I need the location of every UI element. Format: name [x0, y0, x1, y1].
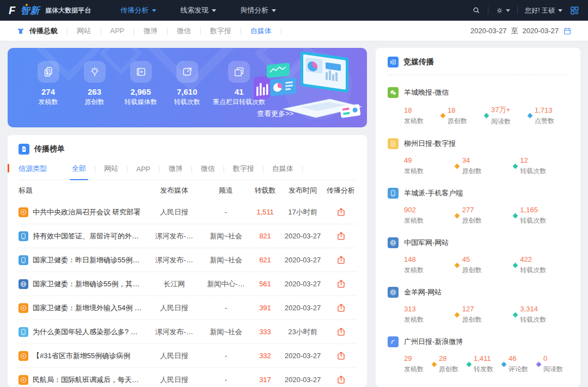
- subnav-item[interactable]: 网站: [77, 26, 91, 36]
- subnav-item[interactable]: APP: [110, 27, 124, 35]
- date-end[interactable]: 2020-03-27: [523, 27, 559, 35]
- export-icon[interactable]: [336, 374, 346, 385]
- article-title[interactable]: 国家卫健委：新增境外输入54例 …: [33, 303, 147, 313]
- competitor-head[interactable]: 羊城派-手机客户端: [388, 188, 568, 199]
- chevron-down-icon: [272, 9, 276, 12]
- topbar-nav-item[interactable]: 线索发现: [180, 5, 216, 15]
- stat-label: 转载次数: [520, 167, 568, 176]
- competitor-head[interactable]: 中国军网-网站: [388, 237, 568, 248]
- article-title[interactable]: 民航局：国际航班调减后，每天…: [33, 375, 147, 385]
- col-title: 标题: [19, 186, 147, 195]
- stat-label: 发稿数: [404, 116, 438, 126]
- competitor-head[interactable]: 羊城晚报-微信: [388, 87, 568, 98]
- competitor-head[interactable]: 柳州日报-数字报: [388, 138, 568, 149]
- rank-tab[interactable]: 网站: [103, 164, 119, 174]
- article-title[interactable]: 国家卫健委：昨日新增确诊55例…: [33, 255, 147, 265]
- competitor-stats: 29 发稿数 28 原创数 1,411 转发数 46 评论数 0 阅读数: [404, 354, 568, 374]
- banner-stat: 2,965 转载媒体数: [118, 61, 164, 106]
- rank-tab[interactable]: 自媒体: [271, 164, 295, 174]
- export-icon[interactable]: [336, 351, 346, 361]
- subnav-item-overview[interactable]: 传播总貌: [16, 26, 58, 36]
- phone-icon: [19, 255, 28, 265]
- divider: |: [133, 27, 134, 35]
- col-count: 转载数: [250, 186, 280, 195]
- bulb-icon: [84, 61, 106, 83]
- stat-label: 转载次数: [520, 216, 568, 225]
- chevron-down-icon: [506, 9, 510, 12]
- topbar-nav-item[interactable]: 舆情分析: [240, 5, 276, 15]
- play-icon: [19, 351, 28, 361]
- article-title[interactable]: 中共中央政治局召开会议 研究部署: [33, 207, 147, 217]
- subnav-item[interactable]: 数字报: [210, 26, 231, 36]
- table-header: 标题 发布媒体 频道 转载数 发布时间 传播分析: [19, 180, 356, 200]
- export-icon[interactable]: [336, 231, 346, 242]
- subnav-item[interactable]: 微信: [177, 26, 191, 36]
- user-menu[interactable]: 您好! 王硕: [525, 6, 562, 15]
- rank-tab[interactable]: 全部: [71, 164, 87, 174]
- export-icon[interactable]: [336, 327, 346, 337]
- stat-value: 1,411: [474, 354, 499, 363]
- diamond-separator: [452, 214, 462, 218]
- competitor-stat: 422 转载次数: [520, 255, 568, 275]
- date-range: 2020-03-27 至 2020-03-27: [470, 26, 572, 36]
- article-title[interactable]: 国家卫健委：新增确诊55例，其…: [33, 279, 147, 289]
- stat-label: 发稿数: [25, 98, 71, 106]
- settings-menu[interactable]: [495, 7, 510, 15]
- rank-tab[interactable]: 数字报: [232, 164, 255, 174]
- table-row[interactable]: 国家卫健委：新增境外输入54例 … 人民日报 - 391 2020-03-27: [19, 296, 356, 320]
- platform-title: 媒体大数据平台: [45, 6, 91, 15]
- diamond-separator: [452, 164, 462, 168]
- table-row[interactable]: 国家卫健委：昨日新增确诊55例… 漯河发布-… 新闻~社会 621 2020-0…: [19, 248, 356, 272]
- rank-tab[interactable]: 微信: [200, 164, 216, 174]
- article-title[interactable]: 【#31省区市新增55例确诊病例: [33, 351, 147, 361]
- calendar-icon[interactable]: [563, 27, 572, 35]
- gear-icon[interactable]: [495, 7, 504, 15]
- stat-value: 1,165: [520, 206, 568, 214]
- diamond-separator: [534, 363, 543, 366]
- competitor-stat: 49 发稿数: [404, 156, 452, 176]
- analysis-cell: [326, 255, 356, 266]
- rank-tab[interactable]: 微博: [167, 164, 183, 174]
- competitor-head[interactable]: 金羊网-网站: [388, 287, 568, 298]
- table-row[interactable]: 为什么美国年轻人感染那么多? … 漯河发布-… 新闻~社会 333 23小时前: [19, 320, 356, 344]
- subnav-item[interactable]: 自媒体: [250, 26, 272, 36]
- user-greeting: 您好! 王硕: [525, 6, 555, 15]
- rank-tab[interactable]: APP: [135, 165, 151, 173]
- export-icon[interactable]: [336, 255, 346, 266]
- table-row[interactable]: 中共中央政治局召开会议 研究部署 人民日报 - 1,511 17小时前: [19, 200, 356, 224]
- ranking-title: 传播榜单: [34, 144, 65, 154]
- channel: 新闻~社会: [201, 327, 250, 337]
- stat-label: 转载次数: [520, 315, 568, 324]
- competitor-head[interactable]: 广州日报-新浪微博: [388, 336, 568, 347]
- stat-value: 18: [404, 106, 438, 114]
- globe-icon: [19, 279, 28, 289]
- qr-code-icon[interactable]: [569, 5, 579, 15]
- stat-value: 3,314: [520, 305, 568, 313]
- competitors-panel: 竞媒传播 羊城晚报-微信 18 发稿数 18 原创数 37万+ 阅读数 1,71…: [376, 48, 580, 387]
- channel: 新闻中心-…: [201, 279, 250, 289]
- publish-time: 2020-03-27: [280, 376, 326, 384]
- competitor-name: 柳州日报-数字报: [404, 139, 456, 149]
- globe-icon: [388, 237, 399, 248]
- topbar-nav-item[interactable]: 传播分析: [120, 5, 156, 15]
- subnav-item[interactable]: 微博: [143, 26, 157, 36]
- export-icon[interactable]: [336, 303, 346, 314]
- table-row[interactable]: 【#31省区市新增55例确诊病例 人民日报 - 332 2020-03-27: [19, 344, 356, 368]
- competitor-stat: 902 发稿数: [404, 206, 452, 225]
- article-title[interactable]: 持有效中国签证、居留许可的外…: [33, 231, 147, 241]
- table-row[interactable]: 持有效中国签证、居留许可的外… 漯河发布-… 新闻~社会 821 2020-03…: [19, 224, 356, 248]
- competitor-item: 广州日报-新浪微博 29 发稿数 28 原创数 1,411 转发数 46 评论数…: [388, 336, 568, 374]
- divider: |: [262, 165, 264, 173]
- export-icon[interactable]: [336, 279, 346, 290]
- article-title[interactable]: 为什么美国年轻人感染那么多? …: [33, 327, 147, 337]
- search-icon[interactable]: [472, 6, 481, 15]
- publish-media: 人民日报: [147, 351, 201, 361]
- date-start[interactable]: 2020-03-27: [470, 27, 507, 35]
- table-row[interactable]: 民航局：国际航班调减后，每天… 人民日报 - 317 2020-03-27: [19, 368, 356, 387]
- competitor-stat: 127 原创数: [462, 305, 511, 324]
- export-icon[interactable]: [336, 207, 346, 218]
- competitor-stat: 148 发稿数: [404, 255, 452, 275]
- source-type-filter[interactable]: 信源类型: [19, 164, 47, 174]
- table-row[interactable]: 国家卫健委：新增确诊55例，其… 长江网 新闻中心-… 561 2020-03-…: [19, 272, 356, 296]
- brand-logo: 智新: [20, 4, 40, 17]
